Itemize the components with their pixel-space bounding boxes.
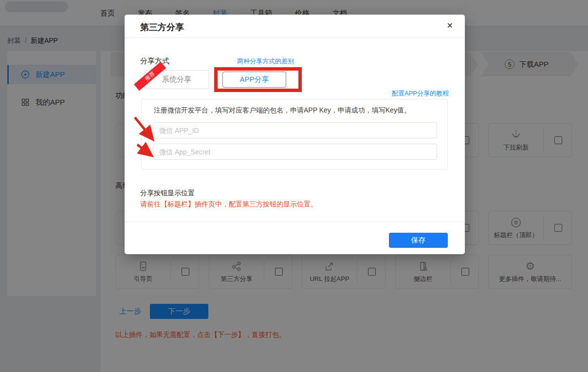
share-methods-diff-link[interactable]: 两种分享方式的差别 xyxy=(237,57,294,66)
tab-app-share[interactable]: APP分享 xyxy=(222,72,286,88)
wechat-instruction-text: 注册微信开发平台，填写对应客户端的包名，申请APP Key，申请成功，填写Key… xyxy=(154,106,411,115)
save-button[interactable]: 保存 xyxy=(389,233,448,248)
page: 首页 发布 签名 封装 工具箱 价格 文档 封装/新建APP 新建APP 我的A… xyxy=(0,0,588,372)
app-share-tutorial-link[interactable]: 配置APP分享的教程 xyxy=(392,89,449,98)
wechat-appsecret-input[interactable] xyxy=(153,144,437,160)
tab-label: 系统分享 xyxy=(162,75,191,84)
tab-label: APP分享 xyxy=(239,75,269,84)
share-button-position-note: 请前往【标题栏】插件页中，配置第三方按钮的显示位置。 xyxy=(140,200,317,209)
modal-title: 第三方分享 xyxy=(140,21,184,33)
wechat-config-box: 注册微信开发平台，填写对应客户端的包名，申请APP Key，申请成功，填写Key… xyxy=(141,99,448,169)
close-icon[interactable]: ✕ xyxy=(447,21,453,30)
modal-header: 第三方分享 ✕ xyxy=(125,15,465,38)
share-method-label: 分享方式 xyxy=(140,56,169,66)
tab-system-share[interactable]: 推荐 系统分享 xyxy=(144,70,209,89)
wechat-appid-input[interactable] xyxy=(153,122,437,138)
third-party-share-modal: 第三方分享 ✕ 分享方式 两种分享方式的差别 推荐 系统分享 APP分享 配置A… xyxy=(125,15,465,254)
divider xyxy=(125,222,465,222)
share-button-position-label: 分享按钮显示位置 xyxy=(140,189,195,198)
recommended-ribbon: 推荐 xyxy=(134,62,166,91)
